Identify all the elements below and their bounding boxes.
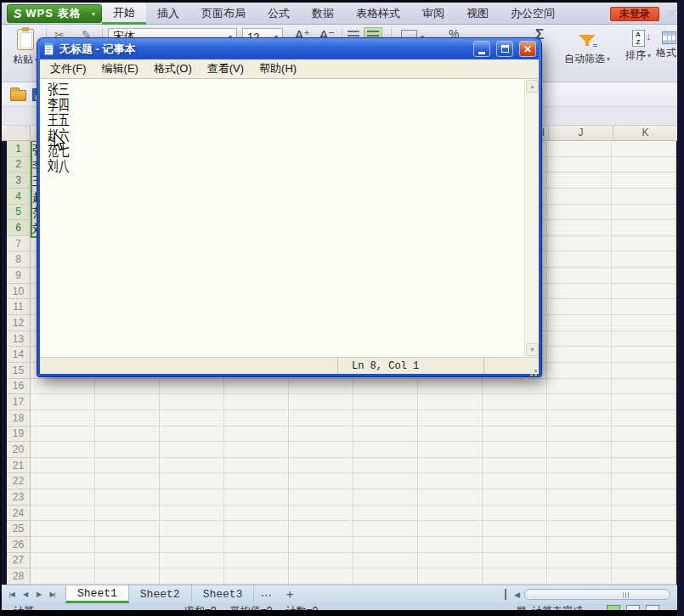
login-badge[interactable]: 未登录 bbox=[610, 7, 659, 21]
row-header[interactable]: 3 bbox=[7, 172, 30, 189]
row-header[interactable]: 2 bbox=[7, 157, 30, 173]
row-header[interactable]: 24 bbox=[7, 506, 30, 522]
row-header[interactable]: 8 bbox=[7, 251, 30, 268]
row-header[interactable]: 18 bbox=[7, 410, 30, 427]
row-header[interactable]: 11 bbox=[7, 299, 30, 315]
horizontal-scrollbar[interactable] bbox=[524, 589, 670, 600]
row-header[interactable]: 4 bbox=[7, 189, 30, 205]
column-header[interactable]: J bbox=[549, 126, 613, 141]
sort-arrow-icon: ↓ bbox=[646, 32, 652, 40]
row-header[interactable]: 21 bbox=[7, 458, 30, 474]
row-header[interactable]: 19 bbox=[7, 427, 30, 443]
scroll-up-icon[interactable]: ▲ bbox=[526, 80, 539, 93]
status-left-panel bbox=[40, 358, 338, 374]
row-header[interactable]: 1 bbox=[7, 141, 30, 157]
notepad-window: 无标题 - 记事本 ✕ 文件(F)编辑(E)格式(O)查看(V)帮助(H) 张三… bbox=[37, 38, 541, 376]
notepad-text-area[interactable]: 张三李四王五赵六范七刘八 ▲ ▼ bbox=[40, 78, 539, 357]
tab-splitter[interactable] bbox=[505, 589, 506, 600]
chevron-down-icon: ▾ bbox=[647, 52, 651, 59]
column-header[interactable]: K bbox=[613, 126, 678, 141]
sheet-nav-button[interactable]: ◀ bbox=[19, 591, 31, 598]
menu-item[interactable]: 格式(O) bbox=[146, 61, 200, 76]
ribbon-tab[interactable]: 开始 bbox=[102, 3, 146, 25]
screen-edge bbox=[677, 0, 684, 616]
ribbon-tab[interactable]: 数据 bbox=[301, 3, 345, 25]
funnel-icon: = bbox=[579, 26, 596, 52]
format-label: 格式 bbox=[656, 46, 676, 60]
scroll-down-icon[interactable]: ▼ bbox=[526, 343, 539, 356]
notepad-menubar: 文件(F)编辑(E)格式(O)查看(V)帮助(H) bbox=[40, 59, 539, 78]
row-header[interactable]: 15 bbox=[7, 363, 30, 379]
row-headers: 1234567891011121314151617181920212223242… bbox=[7, 141, 31, 585]
column-a-selected-cells: 张三李四王五赵六范七刘八 bbox=[31, 141, 37, 238]
notepad-text: 张三李四王五赵六范七刘八 bbox=[48, 82, 70, 173]
screen-edge bbox=[0, 0, 684, 3]
hscroll-left-icon[interactable]: ◀ bbox=[514, 591, 520, 599]
ribbon-tab[interactable]: 办公空间 bbox=[500, 3, 566, 25]
ribbon-tab[interactable]: 公式 bbox=[257, 3, 301, 25]
row-header[interactable]: 28 bbox=[7, 568, 30, 585]
more-sheets-icon[interactable]: ⋯ bbox=[254, 585, 279, 603]
row-header[interactable]: 13 bbox=[7, 331, 30, 348]
menu-item[interactable]: 文件(F) bbox=[42, 61, 94, 76]
status-right-panel bbox=[484, 358, 539, 374]
row-header[interactable]: 5 bbox=[7, 205, 30, 221]
wps-logo: S bbox=[14, 7, 21, 20]
row-header[interactable]: 26 bbox=[7, 537, 30, 553]
ribbon-tab[interactable]: 插入 bbox=[146, 3, 190, 25]
ribbon-tab[interactable]: 表格样式 bbox=[345, 3, 411, 25]
row-header[interactable]: 6 bbox=[7, 220, 30, 236]
open-folder-icon[interactable] bbox=[10, 90, 26, 101]
screen-edge bbox=[0, 610, 684, 616]
row-header[interactable]: 23 bbox=[7, 489, 30, 506]
chevron-down-icon: ▾ bbox=[607, 55, 610, 63]
wps-title-row: S WPS 表格 ▾ 开始插入页面布局公式数据表格样式审阅视图办公空间 未登录 … bbox=[2, 3, 677, 25]
sort-label: 排序 bbox=[625, 48, 646, 63]
row-header[interactable]: 16 bbox=[7, 379, 30, 395]
sort-button[interactable]: AZ ↓ 排序 ▾ bbox=[620, 26, 656, 63]
sheet-nav-button[interactable]: ▶ bbox=[32, 591, 45, 598]
sheet-tab[interactable]: Sheet1 bbox=[65, 585, 129, 603]
sheet-nav-button[interactable]: ▶| bbox=[46, 591, 59, 598]
resize-grip[interactable] bbox=[534, 370, 537, 372]
maximize-button[interactable] bbox=[496, 41, 513, 57]
row-header[interactable]: 14 bbox=[7, 347, 30, 363]
vertical-scrollbar[interactable]: ▲ ▼ bbox=[524, 79, 539, 357]
notepad-title: 无标题 - 记事本 bbox=[59, 42, 467, 57]
menu-item[interactable]: 帮助(H) bbox=[252, 61, 304, 76]
row-header[interactable]: 20 bbox=[7, 442, 30, 458]
row-header[interactable]: 10 bbox=[7, 284, 30, 300]
row-header[interactable]: 17 bbox=[7, 394, 30, 410]
sheet-tab[interactable]: Sheet2 bbox=[129, 585, 192, 603]
sheet-nav-button[interactable]: |◀ bbox=[5, 591, 18, 598]
minimize-button[interactable] bbox=[473, 41, 490, 57]
select-all-corner[interactable] bbox=[7, 126, 31, 141]
row-header[interactable]: 25 bbox=[7, 521, 30, 537]
ribbon-tab[interactable]: 视图 bbox=[455, 3, 500, 25]
menu-item[interactable]: 编辑(E) bbox=[94, 61, 146, 76]
row-header[interactable]: 7 bbox=[7, 236, 30, 252]
autofilter-button[interactable]: = 自动筛选 ▾ bbox=[556, 26, 619, 66]
sheet-tab-bar: |◀◀▶▶| Sheet1Sheet2Sheet3 ⋯ ＋ ◀ bbox=[2, 585, 677, 603]
menu-item[interactable]: 查看(V) bbox=[200, 61, 252, 76]
sheet-tab[interactable]: Sheet3 bbox=[192, 585, 255, 603]
ribbon-tab[interactable]: 审阅 bbox=[411, 3, 455, 25]
notepad-titlebar[interactable]: 无标题 - 记事本 ✕ bbox=[40, 38, 539, 59]
row-header[interactable]: 9 bbox=[7, 268, 30, 284]
wps-app-name: WPS 表格 bbox=[25, 6, 88, 21]
row-header[interactable]: 22 bbox=[7, 473, 30, 489]
autofilter-label: 自动筛选 bbox=[564, 52, 605, 66]
hscroll-thumb[interactable] bbox=[527, 591, 668, 598]
sort-az-icon: AZ ↓ bbox=[632, 30, 645, 47]
text-line: 张三 bbox=[48, 82, 70, 97]
wps-app-button[interactable]: S WPS 表格 ▾ bbox=[7, 4, 102, 23]
ribbon-tab[interactable]: 页面布局 bbox=[190, 3, 257, 25]
paste-label: 粘贴 bbox=[13, 53, 33, 67]
add-sheet-icon[interactable]: ＋ bbox=[279, 585, 300, 603]
sheet-tabs: Sheet1Sheet2Sheet3 bbox=[65, 585, 254, 603]
row-header[interactable]: 12 bbox=[7, 315, 30, 331]
close-button[interactable]: ✕ bbox=[519, 41, 536, 57]
ribbon-tabs: 开始插入页面布局公式数据表格样式审阅视图办公空间 bbox=[102, 3, 566, 25]
mouse-cursor bbox=[53, 133, 66, 151]
row-header[interactable]: 27 bbox=[7, 553, 30, 569]
